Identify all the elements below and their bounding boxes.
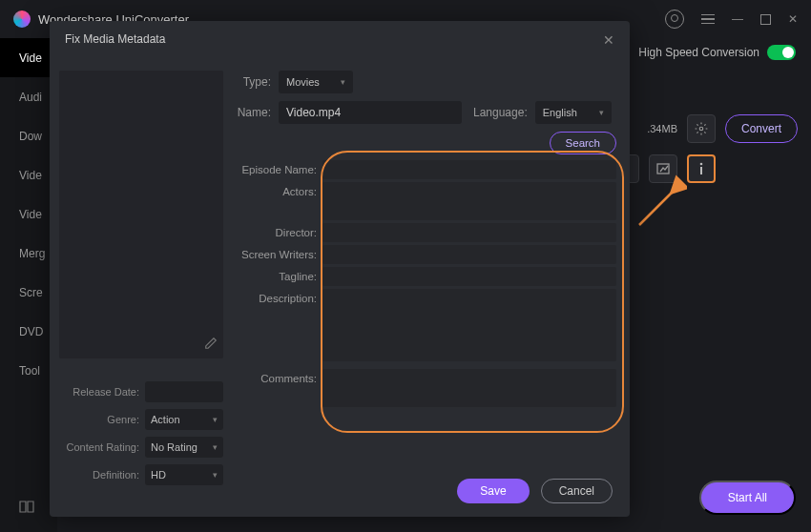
definition-label: Definition:	[59, 469, 145, 481]
close-icon[interactable]: ✕	[788, 12, 798, 26]
comments-label: Comments:	[235, 369, 322, 407]
description-input[interactable]	[322, 289, 616, 361]
save-button[interactable]: Save	[457, 479, 529, 503]
rating-select[interactable]: No Rating▾	[145, 437, 223, 458]
writers-label: Screen Writers:	[235, 245, 322, 264]
release-date-input[interactable]	[145, 381, 223, 402]
sidebar-item-toolbox[interactable]: Tool	[0, 351, 57, 390]
language-select[interactable]: English▾	[535, 101, 612, 124]
search-button[interactable]: Search	[550, 132, 616, 154]
cancel-button[interactable]: Cancel	[541, 479, 613, 503]
description-label: Description:	[235, 289, 322, 361]
edit-cover-icon[interactable]	[204, 337, 218, 353]
episode-input[interactable]	[322, 160, 616, 179]
sidebar-item-video-compress[interactable]: Vide	[0, 155, 57, 194]
language-label: Language:	[473, 106, 535, 119]
actors-label: Actors:	[235, 182, 322, 220]
metadata-info-button[interactable]	[687, 154, 716, 183]
metadata-modal: Fix Media Metadata ✕ Type: Movies▾ Name:…	[50, 21, 630, 517]
sidebar-item-dvd[interactable]: DVD	[0, 312, 57, 351]
maximize-icon[interactable]	[760, 14, 771, 25]
svg-point-2	[700, 163, 703, 166]
profile-icon[interactable]	[665, 10, 684, 29]
highspeed-toggle[interactable]	[767, 45, 796, 60]
minimize-icon[interactable]: —	[732, 12, 743, 26]
name-label: Name:	[235, 106, 279, 119]
sidebar-item-screen[interactable]: Scre	[0, 273, 57, 312]
sidebar-item-download[interactable]: Dow	[0, 116, 57, 155]
modal-title: Fix Media Metadata	[65, 32, 165, 48]
sidebar-item-audio[interactable]: Audi	[0, 77, 57, 116]
guide-icon[interactable]	[19, 501, 34, 517]
sidebar: Vide Audi Dow Vide Vide Merg Scre DVD To…	[0, 38, 57, 532]
episode-label: Episode Name:	[235, 160, 322, 179]
genre-label: Genre:	[59, 414, 145, 425]
genre-select[interactable]: Action▾	[145, 409, 223, 430]
sidebar-item-video-edit[interactable]: Vide	[0, 194, 57, 234]
type-select[interactable]: Movies▾	[279, 71, 353, 93]
tagline-label: Tagline:	[235, 267, 322, 286]
svg-point-0	[699, 127, 703, 131]
menu-icon[interactable]	[701, 14, 715, 25]
tagline-input[interactable]	[322, 267, 616, 286]
sidebar-item-video-converter[interactable]: Vide	[0, 38, 57, 77]
crop-icon[interactable]	[649, 154, 677, 183]
name-input[interactable]: Video.mp4	[279, 101, 462, 124]
convert-button[interactable]: Convert	[725, 114, 798, 143]
type-label: Type:	[235, 75, 279, 89]
definition-select[interactable]: HD▾	[145, 464, 223, 485]
svg-rect-3	[700, 167, 702, 174]
start-all-button[interactable]: Start All	[699, 481, 796, 515]
cover-thumbnail[interactable]	[59, 71, 223, 358]
highspeed-label: High Speed Conversion	[638, 46, 759, 59]
actors-input[interactable]	[322, 182, 616, 220]
modal-close-icon[interactable]: ✕	[603, 32, 614, 48]
director-label: Director:	[235, 223, 322, 242]
file-size-label: .34MB	[647, 123, 677, 134]
release-date-label: Release Date:	[59, 386, 145, 398]
director-input[interactable]	[322, 223, 616, 242]
comments-input[interactable]	[322, 369, 616, 407]
writers-input[interactable]	[322, 245, 616, 264]
app-logo-icon	[13, 10, 31, 28]
settings-icon[interactable]	[687, 114, 716, 143]
rating-label: Content Rating:	[59, 441, 145, 453]
sidebar-item-merge[interactable]: Merg	[0, 234, 57, 273]
